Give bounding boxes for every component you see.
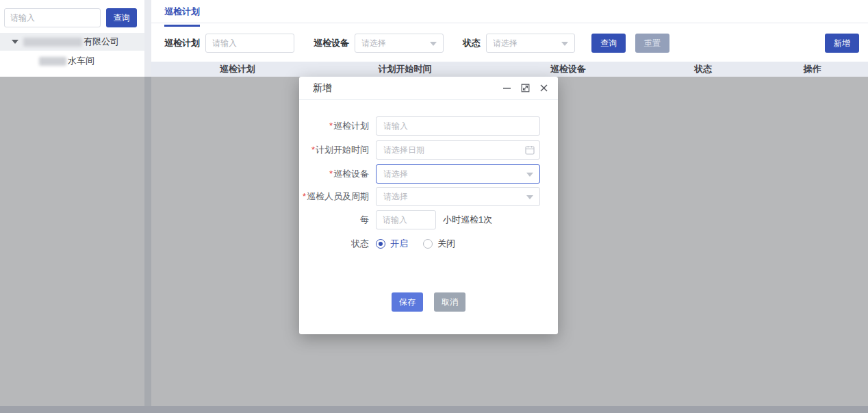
status-radio-group: 开启 关闭 xyxy=(376,238,455,250)
dialog-title: 新增 xyxy=(313,82,332,95)
form-row-start-time: *计划开始时间 xyxy=(299,140,558,160)
chevron-down-icon xyxy=(561,42,568,46)
form-row-status: 状态 开启 关闭 xyxy=(299,238,558,250)
maximize-icon[interactable] xyxy=(520,84,530,93)
personnel-cycle-select[interactable]: 请选择 xyxy=(376,187,540,206)
workshop-name-suffix: 水车间 xyxy=(68,55,94,67)
start-time-field-label: *计划开始时间 xyxy=(299,144,376,156)
device-field-label: *巡检设备 xyxy=(299,168,376,180)
column-header-plan: 巡检计划 xyxy=(151,63,323,75)
chevron-down-icon xyxy=(526,195,533,199)
frequency-suffix-label: 小时巡检1次 xyxy=(443,214,492,226)
required-mark: * xyxy=(303,191,306,201)
filter-device-placeholder: 请选择 xyxy=(361,38,386,49)
required-mark: * xyxy=(329,168,333,179)
plan-name-input[interactable] xyxy=(376,116,540,136)
reset-button[interactable]: 重置 xyxy=(635,34,669,53)
tree-expand-caret-icon[interactable] xyxy=(12,40,18,44)
filter-toolbar: 巡检计划 巡检设备 请选择 状态 请选择 查询 重置 新增 xyxy=(151,33,868,53)
dialog-footer: 保存 取消 xyxy=(299,292,558,312)
add-dialog: 新增 xyxy=(299,77,558,334)
frequency-prefix-label: 每 xyxy=(299,214,376,226)
app-root: 查询 有限公司 水车间 巡检计划 巡检计划 巡检设备 请选择 xyxy=(0,0,868,413)
column-header-actions: 操作 xyxy=(757,63,868,75)
tab-inspection-plan[interactable]: 巡检计划 xyxy=(164,5,200,27)
radio-off[interactable] xyxy=(423,239,433,249)
calendar-icon[interactable] xyxy=(525,145,535,158)
start-date-input[interactable] xyxy=(376,140,540,160)
table-header-row: 巡检计划 计划开始时间 巡检设备 状态 操作 xyxy=(151,62,868,77)
device-select-placeholder: 请选择 xyxy=(383,168,408,180)
redacted-workshop-name xyxy=(39,57,66,66)
dialog-window-controls xyxy=(502,84,548,93)
frequency-hours-input[interactable] xyxy=(376,210,436,229)
tree-node-workshop[interactable]: 水车间 xyxy=(0,53,144,69)
column-header-device: 巡检设备 xyxy=(487,63,650,75)
save-button[interactable]: 保存 xyxy=(392,292,423,312)
cancel-button[interactable]: 取消 xyxy=(434,292,465,312)
radio-on-label[interactable]: 开启 xyxy=(390,238,408,250)
personnel-cycle-placeholder: 请选择 xyxy=(383,191,408,203)
filter-plan-input[interactable] xyxy=(205,34,294,53)
filter-status-placeholder: 请选择 xyxy=(493,38,518,49)
column-header-start-time: 计划开始时间 xyxy=(323,63,487,75)
device-select[interactable]: 请选择 xyxy=(376,164,540,184)
redacted-company-name xyxy=(23,38,82,47)
plan-field-label: *巡检计划 xyxy=(299,120,376,132)
tree-search-row: 查询 xyxy=(4,8,137,27)
minimize-icon[interactable] xyxy=(502,84,511,93)
company-name-suffix: 有限公司 xyxy=(84,36,119,48)
radio-off-label[interactable]: 关闭 xyxy=(437,238,455,250)
form-row-frequency: 每 小时巡检1次 xyxy=(299,210,558,229)
form-row-personnel-cycle: *巡检人员及周期 请选择 xyxy=(299,187,558,206)
chevron-down-icon xyxy=(430,42,437,46)
filter-device-select[interactable]: 请选择 xyxy=(355,34,444,53)
dialog-header: 新增 xyxy=(299,77,558,100)
filter-status-select[interactable]: 请选择 xyxy=(486,34,575,53)
tree-node-company[interactable]: 有限公司 xyxy=(0,33,144,51)
dialog-form: *巡检计划 *计划开始时间 xyxy=(299,100,558,312)
tab-bar: 巡检计划 xyxy=(151,0,868,23)
required-mark: * xyxy=(329,121,333,131)
form-row-device: *巡检设备 请选择 xyxy=(299,164,558,184)
status-field-label: 状态 xyxy=(299,238,376,250)
radio-on[interactable] xyxy=(376,239,385,249)
form-row-plan: *巡检计划 xyxy=(299,116,558,136)
query-button[interactable]: 查询 xyxy=(591,34,626,53)
tree-search-input[interactable] xyxy=(4,8,101,27)
filter-plan-label: 巡检计划 xyxy=(164,37,200,49)
org-tree: 有限公司 水车间 xyxy=(0,33,144,69)
chevron-down-icon xyxy=(526,173,533,177)
filter-device-label: 巡检设备 xyxy=(314,37,349,49)
add-button[interactable]: 新增 xyxy=(825,34,859,53)
filter-status-label: 状态 xyxy=(463,37,481,49)
tree-search-button[interactable]: 查询 xyxy=(106,8,137,27)
required-mark: * xyxy=(311,145,315,155)
personnel-cycle-field-label: *巡检人员及周期 xyxy=(299,190,376,203)
column-header-status: 状态 xyxy=(650,63,757,75)
close-icon[interactable] xyxy=(539,84,548,93)
